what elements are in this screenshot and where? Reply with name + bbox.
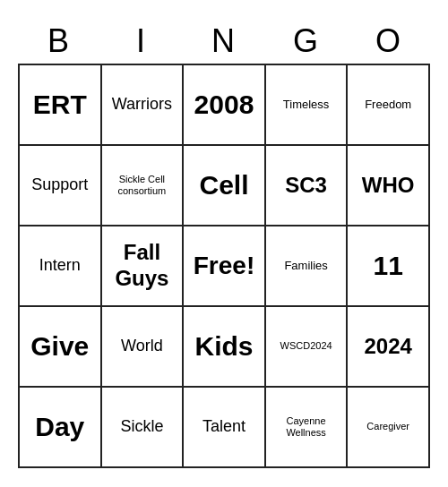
bingo-cell-r4-c1: Sickle [102,388,185,468]
bingo-cell-r3-c0: Give [20,307,102,388]
cell-text: Caregiver [366,421,409,432]
bingo-cell-r2-c2: Free! [184,226,266,307]
cell-text: Free! [194,251,254,281]
cell-text: 2008 [194,89,254,121]
bingo-cell-r0-c4: Freedom [348,65,430,146]
cell-text: 11 [374,250,403,282]
cell-text: 2024 [364,334,411,360]
bingo-cell-r3-c1: World [102,307,185,388]
cell-text: ERT [33,89,87,121]
bingo-cell-r0-c0: ERT [20,65,102,146]
cell-text: Talent [202,417,246,437]
cell-text: Cell [199,169,248,201]
bingo-cell-r3-c4: 2024 [348,307,430,388]
bingo-cell-r4-c2: Talent [184,388,266,468]
header-letter: O [348,19,430,64]
bingo-cell-r0-c2: 2008 [184,65,266,146]
bingo-cell-r3-c2: Kids [184,307,266,388]
bingo-cell-r2-c1: Fall Guys [102,226,185,307]
cell-text: World [121,337,163,356]
bingo-cell-r0-c3: Timeless [266,65,349,146]
cell-text: Timeless [283,98,330,112]
bingo-cell-r4-c0: Day [20,388,102,468]
cell-text: Give [30,330,89,363]
bingo-card: BINGO ERTWarriors2008TimelessFreedomSupp… [18,19,430,468]
bingo-cell-r2-c4: 11 [348,226,430,307]
bingo-cell-r0-c1: Warriors [102,65,185,146]
cell-text: Warriors [112,95,172,115]
header-letter: B [18,19,100,64]
cell-text: WSCD2024 [280,340,332,352]
bingo-cell-r3-c3: WSCD2024 [266,307,349,388]
cell-text: SC3 [285,173,327,199]
cell-text: Sickle [120,417,163,437]
cell-text: Fall Guys [106,240,179,292]
bingo-cell-r4-c3: Cayenne Wellness [266,388,349,468]
bingo-cell-r1-c4: WHO [348,146,430,226]
cell-text: Intern [39,256,81,276]
header-letter: G [265,19,348,64]
bingo-header: BINGO [18,19,430,64]
header-letter: N [183,19,265,64]
cell-text: Freedom [365,98,411,112]
bingo-grid: ERTWarriors2008TimelessFreedomSupportSic… [18,64,430,468]
cell-text: Support [31,175,88,195]
cell-text: Cayenne Wellness [270,415,343,439]
bingo-cell-r1-c3: SC3 [266,146,349,226]
bingo-cell-r4-c4: Caregiver [348,388,430,468]
bingo-cell-r2-c0: Intern [20,226,102,307]
header-letter: I [100,19,183,64]
cell-text: WHO [362,173,415,199]
cell-text: Families [284,259,327,273]
bingo-cell-r2-c3: Families [266,226,349,307]
cell-text: Kids [194,330,253,363]
cell-text: Day [35,411,84,443]
bingo-cell-r1-c1: Sickle Cell consortium [102,146,185,226]
cell-text: Sickle Cell consortium [106,174,179,197]
bingo-cell-r1-c2: Cell [184,146,266,226]
bingo-cell-r1-c0: Support [20,146,102,226]
